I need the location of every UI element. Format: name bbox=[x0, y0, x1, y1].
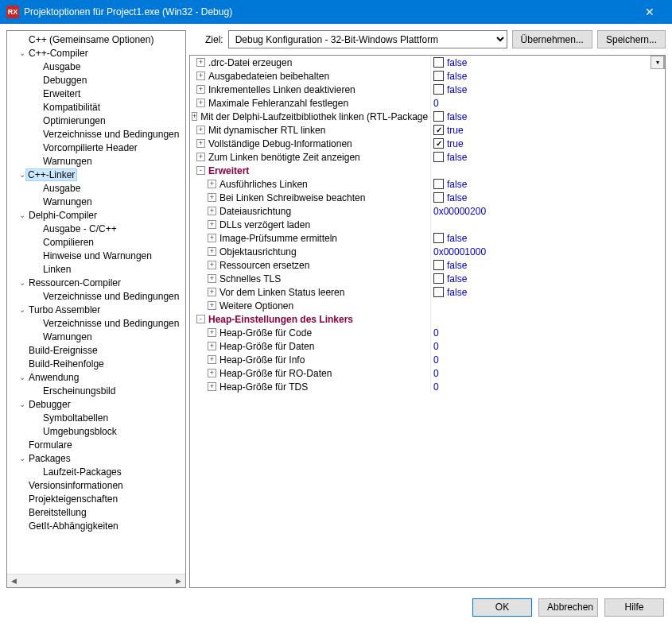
tree-item[interactable]: Ausgabe bbox=[7, 181, 185, 195]
expand-icon[interactable]: + bbox=[208, 207, 216, 215]
property-value-cell[interactable] bbox=[430, 312, 665, 326]
checkbox[interactable] bbox=[433, 179, 444, 189]
property-value-cell[interactable]: 0x00000200 bbox=[430, 204, 665, 218]
property-row[interactable]: +Objektausrichtung0x00001000 bbox=[190, 245, 665, 258]
tree-item[interactable]: Formulare bbox=[7, 438, 185, 451]
property-value-cell[interactable] bbox=[430, 164, 665, 177]
scroll-right-icon[interactable]: ▶ bbox=[172, 575, 185, 588]
close-icon[interactable]: ✕ bbox=[634, 0, 666, 24]
expand-icon[interactable]: + bbox=[208, 247, 216, 256]
property-value-cell[interactable]: true bbox=[430, 137, 665, 150]
tree-item[interactable]: GetIt-Abhängigkeiten bbox=[7, 519, 185, 532]
cancel-button[interactable]: Abbrechen bbox=[538, 598, 598, 617]
expand-icon[interactable]: + bbox=[196, 99, 205, 107]
property-row[interactable]: +Heap-Größe für Daten0 bbox=[190, 339, 665, 353]
chevron-down-icon[interactable]: ⌄ bbox=[17, 48, 28, 59]
expand-icon[interactable]: + bbox=[208, 355, 216, 364]
property-row[interactable]: +Ressourcen ersetzenfalse bbox=[190, 258, 665, 272]
tree-item[interactable]: Linken bbox=[7, 262, 185, 276]
dropdown-arrow-icon[interactable]: ▾ bbox=[651, 56, 664, 69]
property-value-cell[interactable]: false bbox=[430, 231, 665, 245]
tree-item[interactable]: Debuggen bbox=[7, 73, 185, 87]
expand-icon[interactable]: + bbox=[208, 220, 216, 229]
property-row[interactable]: +Mit dynamischer RTL linkentrue bbox=[190, 123, 665, 137]
save-button[interactable]: Speichern... bbox=[597, 30, 666, 48]
checkbox[interactable] bbox=[433, 273, 444, 284]
tree-item[interactable]: Erweitert bbox=[7, 87, 185, 100]
expand-icon[interactable]: + bbox=[208, 328, 216, 337]
checkbox[interactable] bbox=[433, 233, 444, 243]
property-value-cell[interactable]: false bbox=[430, 191, 665, 204]
tree-item[interactable]: ⌄Debugger bbox=[7, 397, 185, 411]
tree-item[interactable]: Optimierungen bbox=[7, 114, 185, 127]
expand-icon[interactable]: + bbox=[196, 139, 205, 148]
property-value-cell[interactable]: false bbox=[430, 272, 665, 285]
tree-item[interactable]: ⌄C++-Linker bbox=[7, 168, 185, 181]
expand-icon[interactable]: + bbox=[196, 72, 205, 80]
property-value-cell[interactable] bbox=[430, 299, 665, 312]
property-value-cell[interactable]: 0 bbox=[430, 339, 665, 353]
checkbox[interactable] bbox=[433, 125, 444, 135]
property-section-header[interactable]: -Erweitert bbox=[190, 164, 665, 177]
property-value-cell[interactable]: 0 bbox=[430, 366, 665, 380]
property-row[interactable]: +Heap-Größe für TDS0 bbox=[190, 380, 665, 393]
property-value-cell[interactable]: 0 bbox=[430, 326, 665, 339]
property-row[interactable]: +Inkrementelles Linken deaktivierenfalse bbox=[190, 83, 665, 96]
tree-item[interactable]: Ausgabe bbox=[7, 60, 185, 73]
expand-icon[interactable]: + bbox=[208, 342, 216, 350]
expand-icon[interactable]: + bbox=[208, 234, 216, 242]
tree-item[interactable]: Erscheinungsbild bbox=[7, 384, 185, 397]
property-row[interactable]: +Zum Linken benötigte Zeit anzeigenfalse bbox=[190, 150, 665, 164]
expand-icon[interactable]: + bbox=[208, 274, 216, 283]
property-row[interactable]: +Vollständige Debug-Informationentrue bbox=[190, 137, 665, 150]
tree-item[interactable]: Verzeichnisse und Bedingungen bbox=[7, 289, 185, 303]
expand-icon[interactable]: + bbox=[196, 153, 205, 161]
tree-item[interactable]: Hinweise und Warnungen bbox=[7, 249, 185, 262]
property-row[interactable]: +Ausführliches Linkenfalse bbox=[190, 177, 665, 191]
property-value-cell[interactable]: false bbox=[430, 69, 665, 83]
tree-item[interactable]: ⌄Packages bbox=[7, 451, 185, 465]
collapse-icon[interactable]: - bbox=[196, 315, 205, 323]
property-value-cell[interactable]: true bbox=[430, 123, 665, 137]
tree-item[interactable]: Compilieren bbox=[7, 235, 185, 249]
chevron-down-icon[interactable]: ⌄ bbox=[17, 277, 28, 288]
property-row[interactable]: +Heap-Größe für RO-Daten0 bbox=[190, 366, 665, 380]
apply-button[interactable]: Übernehmen... bbox=[512, 30, 592, 48]
property-row[interactable]: +Heap-Größe für Code0 bbox=[190, 326, 665, 339]
tree-item[interactable]: Symboltabellen bbox=[7, 411, 185, 424]
tree-item[interactable]: C++ (Gemeinsame Optionen) bbox=[7, 33, 185, 46]
tree-item[interactable]: Build-Ereignisse bbox=[7, 343, 185, 357]
tree-item[interactable]: ⌄Anwendung bbox=[7, 370, 185, 384]
expand-icon[interactable]: + bbox=[196, 58, 205, 67]
property-row[interactable]: +Ausgabedateien beibehaltenfalse bbox=[190, 69, 665, 83]
chevron-down-icon[interactable]: ⌄ bbox=[17, 210, 28, 221]
collapse-icon[interactable]: - bbox=[196, 166, 205, 175]
property-value-cell[interactable]: 0 bbox=[430, 353, 665, 366]
property-row[interactable]: +Bei Linken Schreibweise beachtenfalse bbox=[190, 191, 665, 204]
tree-item[interactable]: Build-Reihenfolge bbox=[7, 357, 185, 370]
property-section-header[interactable]: -Heap-Einstellungen des Linkers bbox=[190, 312, 665, 326]
property-value-cell[interactable]: 0 bbox=[430, 96, 665, 110]
expand-icon[interactable]: + bbox=[192, 112, 197, 121]
property-value-cell[interactable]: false▾ bbox=[430, 56, 665, 69]
tree-item[interactable]: Versionsinformationen bbox=[7, 478, 185, 492]
tree-item[interactable]: ⌄C++-Compiler bbox=[7, 46, 185, 60]
tree-item[interactable]: Laufzeit-Packages bbox=[7, 465, 185, 478]
chevron-down-icon[interactable]: ⌄ bbox=[17, 372, 28, 383]
expand-icon[interactable]: + bbox=[208, 288, 216, 296]
tree-item[interactable]: ⌄Turbo Assembler bbox=[7, 303, 185, 316]
expand-icon[interactable]: + bbox=[208, 193, 216, 202]
property-value-cell[interactable]: false bbox=[430, 83, 665, 96]
property-value-cell[interactable]: 0x00001000 bbox=[430, 245, 665, 258]
checkbox[interactable] bbox=[433, 260, 444, 270]
property-value-cell[interactable] bbox=[430, 218, 665, 231]
checkbox[interactable] bbox=[433, 152, 444, 162]
property-row[interactable]: +Maximale Fehleranzahl festlegen0 bbox=[190, 96, 665, 110]
chevron-down-icon[interactable]: ⌄ bbox=[17, 399, 28, 410]
tree-item[interactable]: ⌄Ressourcen-Compiler bbox=[7, 276, 185, 289]
expand-icon[interactable]: + bbox=[208, 180, 216, 188]
tree-item[interactable]: Kompatibilität bbox=[7, 100, 185, 114]
expand-icon[interactable]: + bbox=[208, 369, 216, 377]
property-row[interactable]: +Dateiausrichtung0x00000200 bbox=[190, 204, 665, 218]
tree-item[interactable]: Warnungen bbox=[7, 154, 185, 168]
